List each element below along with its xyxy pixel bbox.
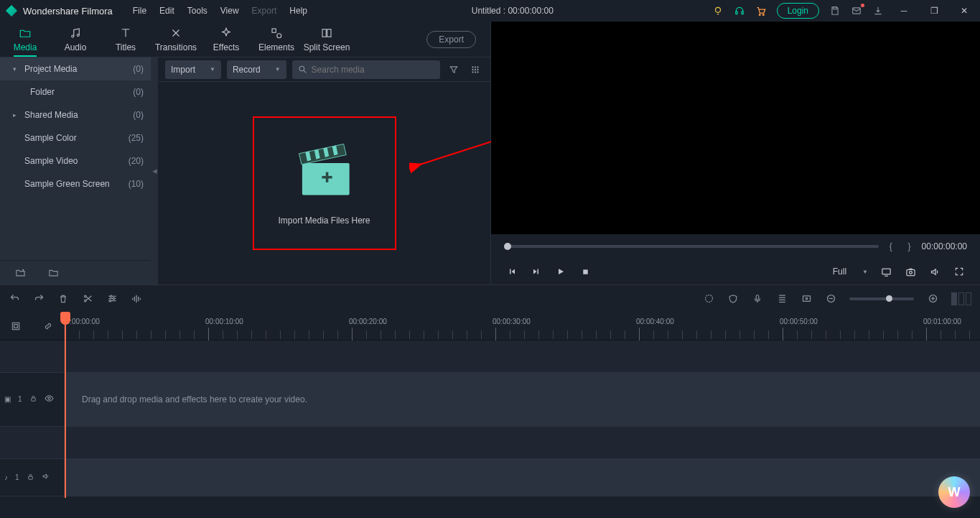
prev-frame-button[interactable] xyxy=(501,262,523,281)
speaker-icon[interactable] xyxy=(42,472,50,482)
login-button[interactable]: Login xyxy=(777,3,819,19)
adjust-icon[interactable] xyxy=(106,293,118,305)
grid-view-icon[interactable] xyxy=(467,65,483,75)
sidebar-item-project-media[interactable]: ▾Project Media(0) xyxy=(0,57,151,80)
video-track-icon: ▣ xyxy=(4,395,11,403)
delete-icon[interactable] xyxy=(57,293,69,305)
audio-track-body[interactable] xyxy=(65,459,980,496)
menu-edit[interactable]: Edit xyxy=(154,3,180,19)
minimize-button[interactable]: ─ xyxy=(894,6,914,16)
search-input-wrapper[interactable] xyxy=(292,60,440,79)
media-toolbar: Import▼ Record▼ xyxy=(158,57,490,82)
svg-rect-10 xyxy=(272,29,276,32)
lock-icon[interactable] xyxy=(27,473,34,482)
zoom-slider[interactable] xyxy=(849,297,914,300)
svg-point-49 xyxy=(705,295,712,302)
svg-point-14 xyxy=(299,66,304,71)
timeline-area: 00:00:00:00 00:00:10:00 00:00:20:00 00:0… xyxy=(0,312,980,496)
sidebar-item-sample-video[interactable]: Sample Video(20) xyxy=(0,149,151,172)
playhead[interactable] xyxy=(65,312,66,498)
audio-track-icon: ♪ xyxy=(4,473,8,481)
play-button[interactable] xyxy=(550,262,571,281)
eye-icon[interactable] xyxy=(45,394,54,404)
frame-icon[interactable] xyxy=(801,293,812,305)
tab-elements[interactable]: Elements xyxy=(251,22,302,57)
text-icon xyxy=(119,27,132,40)
save-icon[interactable] xyxy=(829,5,841,17)
video-track-body[interactable]: Drag and drop media and effects here to … xyxy=(65,373,980,425)
svg-rect-28 xyxy=(325,172,328,182)
stop-button[interactable] xyxy=(574,262,596,281)
svg-point-41 xyxy=(110,295,112,297)
zoom-fit-icon[interactable] xyxy=(951,292,971,305)
chevron-right-icon: ▸ xyxy=(13,111,22,119)
svg-line-15 xyxy=(304,70,306,73)
sidebar-item-sample-color[interactable]: Sample Color(25) xyxy=(0,126,151,149)
close-button[interactable]: ✕ xyxy=(954,6,974,16)
sidebar-bottom-tools xyxy=(0,260,151,285)
tab-effects[interactable]: Effects xyxy=(201,22,251,57)
svg-rect-32 xyxy=(882,269,890,274)
new-folder-icon[interactable] xyxy=(14,267,26,279)
split-icon[interactable] xyxy=(82,293,93,305)
fullscreen-icon[interactable] xyxy=(948,262,970,281)
mixer-icon[interactable] xyxy=(776,293,788,305)
next-frame-button[interactable] xyxy=(526,262,547,281)
music-icon xyxy=(69,27,82,40)
zoom-in-icon[interactable] xyxy=(927,293,938,305)
snapshot-icon[interactable] xyxy=(900,262,921,281)
folder-open-icon[interactable] xyxy=(47,267,59,279)
lock-icon[interactable] xyxy=(29,394,37,404)
timeline-ruler[interactable]: 00:00:00:00 00:00:10:00 00:00:20:00 00:0… xyxy=(65,312,980,340)
cart-icon[interactable] xyxy=(755,5,767,17)
brand-badge[interactable]: W xyxy=(938,476,970,508)
svg-point-9 xyxy=(77,34,79,36)
tab-audio[interactable]: Audio xyxy=(50,22,101,57)
display-icon[interactable] xyxy=(875,262,897,281)
import-dropdown[interactable]: Import▼ xyxy=(165,60,221,79)
zoom-out-icon[interactable] xyxy=(825,293,836,305)
svg-rect-2 xyxy=(735,11,737,14)
quality-dropdown[interactable]: Full▼ xyxy=(829,267,872,277)
undo-icon[interactable] xyxy=(9,293,20,305)
svg-rect-62 xyxy=(13,323,19,329)
tab-splitscreen[interactable]: Split Screen xyxy=(302,22,352,57)
marker-shield-icon[interactable] xyxy=(727,293,739,305)
preview-canvas[interactable] xyxy=(491,22,980,234)
menu-view[interactable]: View xyxy=(215,3,245,19)
sidebar-item-shared-media[interactable]: ▸Shared Media(0) xyxy=(0,103,151,126)
link-toggle-icon[interactable] xyxy=(42,320,54,332)
download-icon[interactable] xyxy=(872,5,884,17)
menu-help[interactable]: Help xyxy=(284,3,313,19)
filter-icon[interactable] xyxy=(446,65,462,75)
search-icon xyxy=(298,65,307,74)
sidebar-item-folder[interactable]: Folder(0) xyxy=(0,80,151,103)
menu-tools[interactable]: Tools xyxy=(182,3,213,19)
maximize-button[interactable]: ❐ xyxy=(924,6,944,16)
export-button[interactable]: Export xyxy=(426,31,476,48)
tab-media[interactable]: Media xyxy=(0,22,50,57)
lightbulb-icon[interactable] xyxy=(712,5,724,17)
menu-file[interactable]: File xyxy=(127,3,152,19)
mic-icon[interactable] xyxy=(752,293,763,305)
search-input[interactable] xyxy=(312,65,434,75)
headset-icon[interactable] xyxy=(734,5,745,17)
track-manage-icon[interactable] xyxy=(10,320,22,332)
message-icon[interactable] xyxy=(851,5,862,17)
timeline-video-track[interactable]: ▣ 1 Drag and drop media and effects here… xyxy=(0,373,980,426)
sidebar-item-sample-green[interactable]: Sample Green Screen(10) xyxy=(0,172,151,195)
tab-titles[interactable]: Titles xyxy=(101,22,151,57)
marker-wheel-icon[interactable] xyxy=(703,293,714,305)
menu-export: Export xyxy=(246,3,283,19)
voiceover-wave-icon[interactable] xyxy=(131,293,142,305)
tab-transitions[interactable]: Transitions xyxy=(151,22,201,57)
preview-scrubber-track[interactable] xyxy=(504,245,879,248)
volume-icon[interactable] xyxy=(924,262,946,281)
transition-icon xyxy=(169,27,182,40)
record-dropdown[interactable]: Record▼ xyxy=(227,60,286,79)
svg-rect-6 xyxy=(834,7,837,9)
timeline-audio-track[interactable]: ♪ 1 xyxy=(0,459,980,496)
redo-icon[interactable] xyxy=(33,293,45,305)
sidebar-collapse-handle[interactable]: ◀ xyxy=(151,57,158,285)
media-drop-area[interactable]: Import Media Files Here xyxy=(158,82,490,285)
